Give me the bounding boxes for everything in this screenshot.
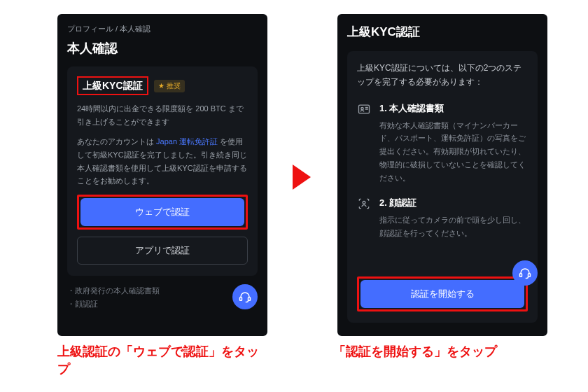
badge-label: 推奨: [167, 81, 181, 91]
page-title: 上級KYC認証: [347, 24, 538, 40]
steps-card: 上級KYC認証については、以下の2つのステップを完了する必要があります： 1. …: [347, 51, 538, 323]
svg-rect-5: [520, 274, 522, 277]
breadcrumb[interactable]: プロフィール / 本人確認: [67, 24, 258, 34]
kyc-card: 上級KYC認証 ★ 推奨 24時間以内に出金できる限度額を 200 BTC まで…: [67, 66, 258, 276]
annotation-highlight-box: ウェブで認証: [77, 195, 248, 230]
page-title: 本人確認: [67, 40, 258, 57]
doc-type-highlight: Japan 運転免許証: [156, 137, 218, 146]
star-icon: ★: [158, 82, 164, 90]
recommended-badge: ★ 推奨: [154, 80, 185, 92]
support-button[interactable]: [232, 284, 258, 309]
step-title: 2. 顔認証: [379, 197, 528, 209]
headset-icon: [519, 267, 531, 279]
support-button[interactable]: [512, 260, 538, 286]
account-status-text: あなたのアカウントは Japan 運転免許証 を使用して初級KYC認証を完了しま…: [77, 135, 248, 188]
step-desc: 有効な本人確認書類（マイナンバーカード、パスポート、運転免許証）の写真をご提出く…: [379, 119, 528, 184]
list-item: ・政府発行の本人確認書類: [67, 286, 258, 296]
svg-rect-1: [248, 298, 251, 301]
arrow-right-icon: [293, 164, 311, 190]
caption-right: 「認証を開始する」をタップ: [333, 343, 557, 360]
limit-text: 24時間以内に出金できる限度額を 200 BTC まで引き上げることができます: [77, 102, 248, 128]
step-item: 1. 本人確認書類 有効な本人確認書類（マイナンバーカード、パスポート、運転免許…: [357, 102, 528, 184]
step-title: 1. 本人確認書類: [379, 102, 528, 115]
svg-rect-0: [240, 298, 242, 301]
intro-text: 上級KYC認証については、以下の2つのステップを完了する必要があります：: [357, 61, 528, 90]
svg-rect-6: [528, 274, 531, 277]
list-item: ・顔認証: [67, 299, 258, 309]
phone-screen-left: プロフィール / 本人確認 本人確認 上級KYC認証 ★ 推奨 24時間以内に出…: [57, 14, 267, 336]
phone-screen-right: 上級KYC認証 上級KYC認証については、以下の2つのステップを完了する必要があ…: [337, 14, 547, 336]
verify-app-button[interactable]: アプリで認証: [77, 237, 248, 265]
verify-web-button[interactable]: ウェブで認証: [80, 198, 244, 226]
svg-point-3: [361, 107, 363, 109]
step-desc: 指示に従ってカメラの前で頭を少し回し、顔認証を行ってください。: [379, 214, 528, 239]
headset-icon: [239, 290, 251, 303]
svg-point-4: [363, 202, 365, 204]
requirements-list: ・政府発行の本人確認書類 ・顔認証: [67, 286, 258, 309]
kyc-title: 上級KYC認証: [83, 80, 143, 91]
annotation-highlight-box: 認証を開始する: [357, 276, 528, 312]
caption-left: 上級認証の「ウェブで認証」をタップ: [57, 343, 267, 378]
start-verification-button[interactable]: 認証を開始する: [360, 280, 524, 308]
annotation-highlight-box: 上級KYC認証: [77, 76, 148, 95]
face-scan-icon: [357, 197, 372, 239]
id-card-icon: [357, 102, 372, 184]
step-item: 2. 顔認証 指示に従ってカメラの前で頭を少し回し、顔認証を行ってください。: [357, 197, 528, 239]
